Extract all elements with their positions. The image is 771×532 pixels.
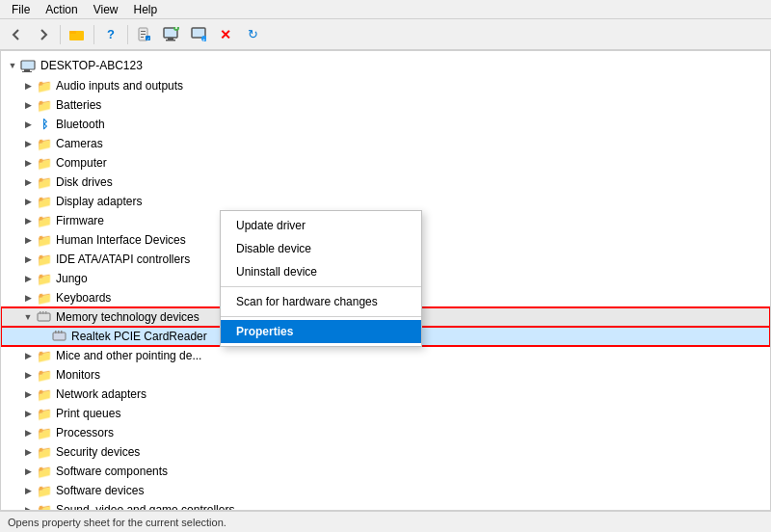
print-icon: 📁 — [36, 406, 53, 421]
keyboards-label: Keyboards — [56, 291, 111, 305]
monitors-icon: 📁 — [36, 367, 53, 383]
root-expand[interactable]: ▼ — [5, 58, 20, 73]
computer-label: Computer — [56, 156, 107, 170]
svg-rect-17 — [24, 69, 30, 71]
computer-expand[interactable]: ▶ — [20, 155, 36, 171]
ctx-uninstall-device[interactable]: Uninstall device — [221, 260, 421, 283]
svg-rect-23 — [53, 332, 66, 340]
status-bar: Opens property sheet for the current sel… — [0, 511, 771, 532]
processors-label: Processors — [56, 426, 114, 439]
computer-icon: 📁 — [36, 155, 53, 171]
help-button[interactable]: ? — [98, 22, 123, 47]
monitors-expand[interactable]: ▶ — [20, 367, 36, 383]
audio-expand[interactable]: ▶ — [20, 78, 36, 93]
software-comp-label: Software components — [56, 465, 168, 478]
ctx-scan-hardware[interactable]: Scan for hardware changes — [221, 290, 421, 313]
memory-icon — [36, 309, 53, 325]
print-expand[interactable]: ▶ — [20, 406, 36, 421]
tree-item-display[interactable]: ▶ 📁 Display adapters — [1, 192, 770, 211]
disk-label: Disk drives — [56, 175, 113, 189]
memory-expand[interactable]: ▼ — [20, 309, 36, 325]
tree-item-monitors[interactable]: ▶ 📁 Monitors — [1, 365, 770, 385]
display-expand[interactable]: ▶ — [20, 194, 36, 209]
tree-item-mice[interactable]: ▶ 📁 Mice and other pointing de... — [1, 346, 770, 365]
menu-action[interactable]: Action — [38, 0, 85, 19]
svg-rect-18 — [22, 71, 32, 72]
svg-rect-20 — [40, 311, 41, 314]
menu-view[interactable]: View — [86, 0, 126, 19]
tree-item-software-dev[interactable]: ▶ 📁 Software devices — [1, 481, 770, 500]
sound-icon: 📁 — [36, 502, 53, 510]
scan-button[interactable]: + — [186, 22, 211, 47]
main-area: ▼ DESKTOP-ABC123 ▶ 📁 Audio inputs and ou… — [0, 50, 771, 511]
display-icon: 📁 — [36, 194, 53, 209]
print-label: Print queues — [56, 407, 120, 420]
svg-rect-25 — [58, 331, 60, 333]
menu-file[interactable]: File — [4, 0, 38, 19]
tree-item-computer[interactable]: ▶ 📁 Computer — [1, 153, 770, 173]
sound-label: Sound, video and game controllers — [56, 503, 234, 510]
firmware-icon: 📁 — [36, 213, 53, 228]
tree-item-processors[interactable]: ▶ 📁 Processors — [1, 423, 770, 442]
forward-button[interactable] — [31, 22, 56, 47]
sound-expand[interactable]: ▶ — [20, 502, 36, 510]
disk-expand[interactable]: ▶ — [20, 174, 36, 190]
firmware-label: Firmware — [56, 214, 104, 227]
audio-icon: 📁 — [36, 78, 53, 93]
ctx-disable-device[interactable]: Disable device — [221, 237, 421, 260]
jungo-label: Jungo — [56, 272, 88, 285]
ctx-properties[interactable]: Properties — [221, 320, 421, 343]
audio-label: Audio inputs and outputs — [56, 79, 183, 93]
svg-rect-24 — [55, 331, 57, 333]
software-dev-expand[interactable]: ▶ — [20, 483, 36, 498]
firmware-expand[interactable]: ▶ — [20, 213, 36, 228]
tree-item-network[interactable]: ▶ 📁 Network adapters — [1, 385, 770, 404]
batteries-expand[interactable]: ▶ — [20, 97, 36, 113]
tree-item-software-comp[interactable]: ▶ 📁 Software components — [1, 462, 770, 481]
ctx-update-driver[interactable]: Update driver — [221, 214, 421, 237]
cameras-expand[interactable]: ▶ — [20, 136, 36, 151]
mice-expand[interactable]: ▶ — [20, 348, 36, 363]
bluetooth-expand[interactable]: ▶ — [20, 117, 36, 132]
back-button[interactable] — [4, 22, 29, 47]
svg-rect-22 — [45, 311, 47, 314]
processors-expand[interactable]: ▶ — [20, 425, 36, 440]
context-menu: Update driver Disable device Uninstall d… — [220, 210, 422, 347]
delete-button[interactable]: ✕ — [213, 22, 238, 47]
software-comp-expand[interactable]: ▶ — [20, 464, 36, 479]
network-expand[interactable]: ▶ — [20, 386, 36, 402]
cameras-label: Cameras — [56, 137, 103, 150]
jungo-expand[interactable]: ▶ — [20, 271, 36, 286]
properties-button[interactable]: ✓ — [132, 22, 157, 47]
keyboards-expand[interactable]: ▶ — [20, 290, 36, 306]
tree-item-security[interactable]: ▶ 📁 Security devices — [1, 442, 770, 462]
tree-item-sound[interactable]: ▶ 📁 Sound, video and game controllers — [1, 500, 770, 510]
toolbar-separator-2 — [93, 25, 94, 44]
tree-item-disk[interactable]: ▶ 📁 Disk drives — [1, 173, 770, 192]
tree-item-cameras[interactable]: ▶ 📁 Cameras — [1, 134, 770, 153]
refresh-button[interactable]: ↻ — [240, 22, 265, 47]
svg-rect-5 — [141, 37, 144, 38]
svg-rect-4 — [141, 34, 146, 35]
menu-help[interactable]: Help — [126, 0, 166, 19]
monitors-label: Monitors — [56, 368, 100, 382]
bluetooth-label: Bluetooth — [56, 118, 105, 131]
network-icon: 📁 — [36, 386, 53, 402]
tree-root[interactable]: ▼ DESKTOP-ABC123 — [1, 55, 770, 76]
tree-item-batteries[interactable]: ▶ 📁 Batteries — [1, 95, 770, 115]
ide-icon: 📁 — [36, 252, 53, 267]
svg-rect-9 — [168, 38, 173, 40]
tree-item-bluetooth[interactable]: ▶ ᛒ Bluetooth — [1, 115, 770, 134]
tree-item-audio[interactable]: ▶ 📁 Audio inputs and outputs — [1, 76, 770, 95]
hid-label: Human Interface Devices — [56, 233, 186, 247]
jungo-icon: 📁 — [36, 271, 53, 286]
software-dev-icon: 📁 — [36, 483, 53, 498]
folder-button[interactable] — [65, 22, 90, 47]
ide-expand[interactable]: ▶ — [20, 252, 36, 267]
security-expand[interactable]: ▶ — [20, 444, 36, 460]
hid-expand[interactable]: ▶ — [20, 232, 36, 248]
tree-item-print[interactable]: ▶ 📁 Print queues — [1, 404, 770, 423]
keyboards-icon: 📁 — [36, 290, 53, 306]
monitor-button[interactable] — [159, 22, 184, 47]
toolbar-separator-1 — [60, 25, 61, 44]
